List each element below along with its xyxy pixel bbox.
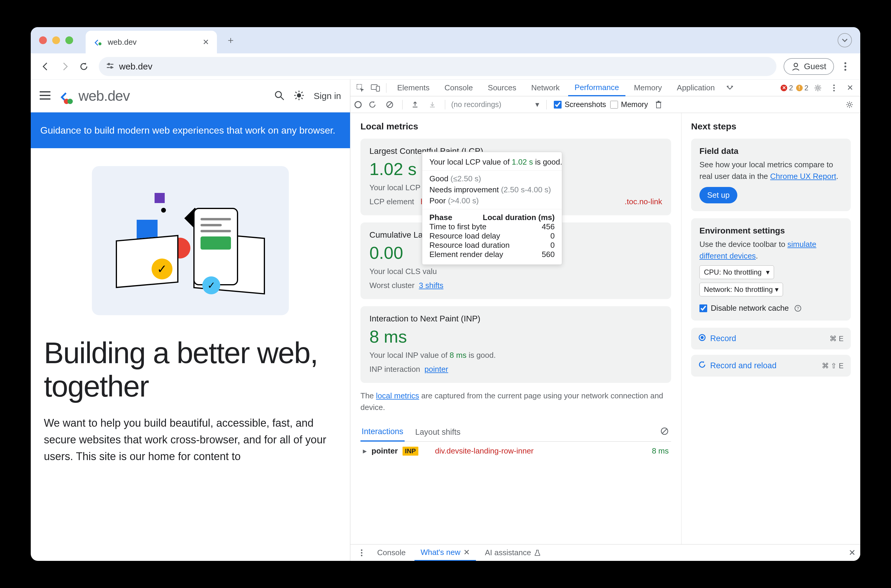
clear-icon[interactable] bbox=[383, 98, 396, 111]
content-area: web.dev Sign in Guidance to build modern… bbox=[31, 80, 860, 561]
interaction-row[interactable]: ▸ pointer INP div.devsite-landing-row-in… bbox=[361, 442, 671, 460]
svg-point-15 bbox=[68, 99, 73, 104]
url-bar[interactable]: web.dev bbox=[99, 57, 777, 76]
devtools-close-icon[interactable]: ✕ bbox=[844, 81, 857, 94]
env-settings-card: Environment settings Use the device tool… bbox=[691, 218, 851, 321]
svg-rect-36 bbox=[657, 103, 661, 108]
svg-line-26 bbox=[301, 92, 303, 93]
tab-memory[interactable]: Memory bbox=[627, 80, 669, 96]
close-window-button[interactable] bbox=[39, 36, 47, 44]
subtab-interactions[interactable]: Interactions bbox=[361, 423, 405, 442]
drawer-tab-ai[interactable]: AI assistance bbox=[479, 544, 547, 561]
tab-performance[interactable]: Performance bbox=[568, 80, 626, 96]
chevron-down-icon[interactable]: ▾ bbox=[535, 100, 539, 109]
crux-link[interactable]: Chrome UX Report bbox=[770, 172, 836, 181]
drawer-menu-icon[interactable] bbox=[355, 546, 368, 560]
hero-headline: Building a better web, together bbox=[31, 327, 350, 409]
reload-record-icon[interactable] bbox=[366, 98, 379, 111]
theme-toggle-icon[interactable] bbox=[294, 90, 304, 102]
svg-line-41 bbox=[662, 429, 667, 434]
upload-icon[interactable] bbox=[409, 98, 422, 111]
setup-button[interactable]: Set up bbox=[699, 187, 737, 203]
gc-icon[interactable] bbox=[652, 98, 665, 111]
inp-interaction-link[interactable]: pointer bbox=[425, 364, 448, 374]
svg-point-31 bbox=[833, 84, 835, 86]
reload-button[interactable] bbox=[76, 59, 92, 74]
record-action[interactable]: Record ⌘ E bbox=[691, 328, 851, 350]
tab-sources[interactable]: Sources bbox=[481, 80, 523, 96]
subtab-layout-shifts[interactable]: Layout shifts bbox=[414, 423, 462, 441]
tab-network[interactable]: Network bbox=[524, 80, 566, 96]
person-icon bbox=[791, 62, 800, 71]
svg-point-33 bbox=[833, 90, 835, 91]
device-toolbar-icon[interactable] bbox=[369, 81, 382, 94]
svg-point-5 bbox=[108, 63, 110, 65]
forward-button[interactable] bbox=[57, 59, 72, 74]
perf-settings-icon[interactable] bbox=[843, 98, 856, 111]
minimize-window-button[interactable] bbox=[52, 36, 60, 44]
svg-rect-38 bbox=[658, 101, 660, 102]
browser-menu-icon[interactable] bbox=[838, 59, 853, 74]
svg-point-7 bbox=[794, 63, 798, 67]
svg-line-24 bbox=[301, 98, 303, 99]
record-reload-action[interactable]: Record and reload ⌘ ⇧ E bbox=[691, 355, 851, 376]
inp-name: Interaction to Next Paint (INP) bbox=[370, 314, 662, 324]
drawer-close-icon[interactable]: ✕ bbox=[849, 548, 855, 558]
settings-icon[interactable] bbox=[811, 81, 825, 94]
page-banner: Guidance to build modern web experiences… bbox=[31, 112, 350, 148]
tab-close-icon[interactable]: ✕ bbox=[203, 38, 209, 46]
tab-elements[interactable]: Elements bbox=[391, 80, 436, 96]
recordings-dropdown[interactable]: (no recordings) bbox=[451, 100, 501, 109]
local-metrics-link[interactable]: local metrics bbox=[376, 391, 419, 400]
cls-shifts-link[interactable]: 3 shifts bbox=[419, 281, 443, 290]
error-badge[interactable]: ✕2 bbox=[781, 84, 793, 92]
svg-point-48 bbox=[361, 555, 362, 556]
record-icon bbox=[698, 334, 706, 344]
back-button[interactable] bbox=[38, 59, 53, 74]
devtools-menu-icon[interactable] bbox=[828, 81, 841, 94]
search-icon[interactable] bbox=[274, 90, 284, 102]
browser-window: web.dev ✕ ＋ web.dev Guest bbox=[31, 27, 860, 561]
signin-link[interactable]: Sign in bbox=[314, 91, 341, 101]
memory-checkbox[interactable]: Memory bbox=[610, 100, 648, 109]
site-settings-icon[interactable] bbox=[106, 62, 114, 71]
expand-icon[interactable]: ▸ bbox=[363, 446, 367, 456]
hero-illustration: ✓ ✓ bbox=[31, 148, 350, 327]
disable-cache-checkbox[interactable]: Disable network cache ? bbox=[699, 303, 842, 313]
tab-favicon bbox=[93, 37, 103, 47]
svg-point-10 bbox=[844, 69, 846, 70]
cpu-throttling-select[interactable]: CPU: No throttling▾ bbox=[699, 266, 774, 279]
tab-console[interactable]: Console bbox=[438, 80, 479, 96]
tabs-dropdown-icon[interactable] bbox=[838, 33, 852, 47]
drawer-tab-whatsnew[interactable]: What's new ✕ bbox=[415, 544, 476, 561]
more-tabs-icon[interactable] bbox=[723, 81, 736, 94]
local-metrics-title: Local metrics bbox=[361, 122, 671, 132]
metrics-footnote: The local metrics are captured from the … bbox=[361, 390, 671, 413]
screenshots-checkbox[interactable]: Screenshots bbox=[554, 100, 606, 109]
guest-profile-button[interactable]: Guest bbox=[784, 58, 834, 75]
clear-interactions-icon[interactable] bbox=[660, 427, 671, 437]
field-data-card: Field data See how your local metrics co… bbox=[691, 139, 851, 211]
svg-rect-11 bbox=[40, 91, 50, 92]
tab-application[interactable]: Application bbox=[670, 80, 721, 96]
download-icon[interactable] bbox=[426, 98, 439, 111]
maximize-window-button[interactable] bbox=[65, 36, 73, 44]
close-icon[interactable]: ✕ bbox=[463, 548, 470, 557]
warning-badge[interactable]: !2 bbox=[796, 84, 808, 92]
record-button[interactable] bbox=[355, 101, 362, 108]
local-metrics-panel: Local metrics Largest Contentful Paint (… bbox=[350, 113, 681, 544]
hamburger-icon[interactable] bbox=[40, 90, 50, 102]
inspect-icon[interactable] bbox=[354, 81, 367, 94]
record-shortcut: ⌘ E bbox=[829, 334, 844, 343]
field-data-title: Field data bbox=[699, 146, 842, 156]
webdev-logo[interactable]: web.dev bbox=[58, 87, 130, 105]
inp-badge: INP bbox=[403, 447, 418, 456]
svg-point-30 bbox=[817, 87, 819, 89]
network-throttling-select[interactable]: Network: No throttling▾ bbox=[699, 283, 783, 296]
svg-text:?: ? bbox=[797, 306, 799, 311]
reload-shortcut: ⌘ ⇧ E bbox=[822, 362, 844, 370]
drawer-tab-console[interactable]: Console bbox=[371, 544, 412, 561]
browser-tab[interactable]: web.dev ✕ bbox=[86, 31, 217, 53]
help-icon[interactable]: ? bbox=[794, 305, 801, 312]
new-tab-button[interactable]: ＋ bbox=[222, 32, 239, 49]
